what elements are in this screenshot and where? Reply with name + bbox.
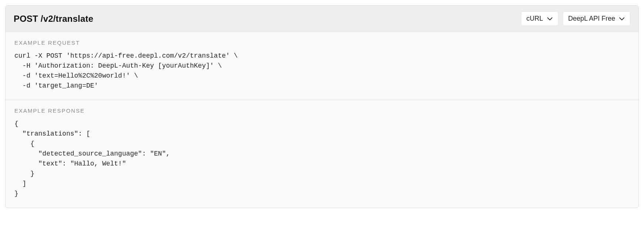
example-request-code: curl -X POST 'https://api-free.deepl.com… xyxy=(14,51,630,91)
example-response-title: EXAMPLE RESPONSE xyxy=(14,108,630,114)
plan-dropdown-label: DeepL API Free xyxy=(568,15,615,23)
example-response-section: EXAMPLE RESPONSE { "translations": [ { "… xyxy=(6,100,638,208)
language-dropdown-label: cURL xyxy=(527,15,543,23)
example-response-code: { "translations": [ { "detected_source_l… xyxy=(14,119,630,199)
plan-dropdown[interactable]: DeepL API Free xyxy=(563,11,630,26)
endpoint-title: POST /v2/translate xyxy=(14,14,93,24)
chevron-down-icon xyxy=(619,17,625,21)
example-request-title: EXAMPLE REQUEST xyxy=(14,40,630,46)
chevron-down-icon xyxy=(547,17,553,21)
api-example-card: POST /v2/translate cURL DeepL API Free E… xyxy=(5,5,639,208)
card-header: POST /v2/translate cURL DeepL API Free xyxy=(6,6,638,32)
example-request-section: EXAMPLE REQUEST curl -X POST 'https://ap… xyxy=(6,32,638,100)
language-dropdown[interactable]: cURL xyxy=(521,11,558,26)
header-selectors: cURL DeepL API Free xyxy=(521,11,630,26)
